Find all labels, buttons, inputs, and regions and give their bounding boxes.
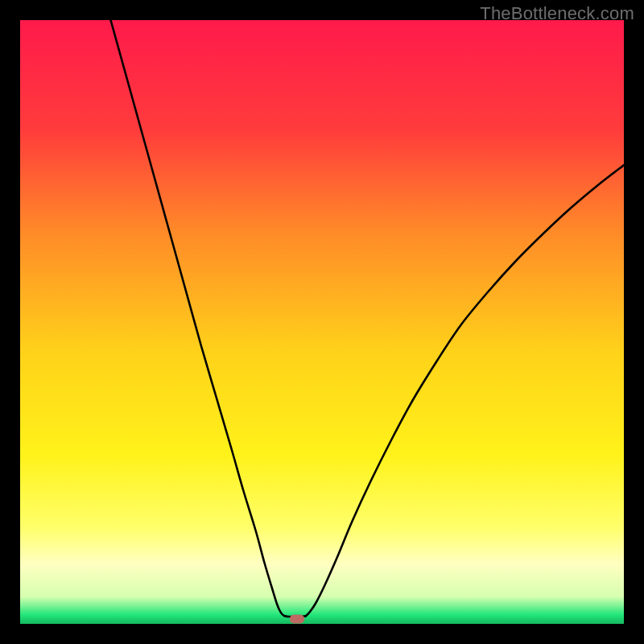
- watermark-text: TheBottleneck.com: [480, 3, 634, 24]
- gradient-background: [20, 20, 624, 624]
- optimum-marker: [290, 615, 304, 624]
- chart-frame: TheBottleneck.com: [0, 0, 644, 644]
- plot-area: [20, 20, 624, 624]
